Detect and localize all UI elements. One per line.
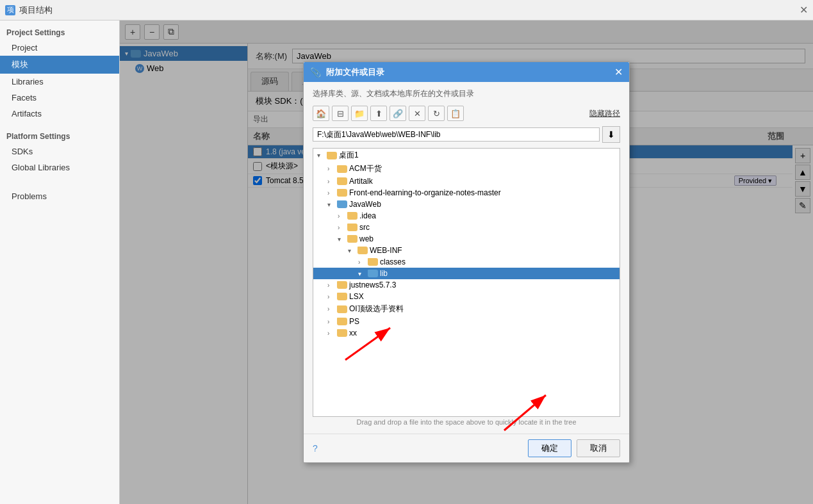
- window-title: 项目结构: [19, 4, 53, 16]
- modal-collapse-btn[interactable]: ⊟: [332, 106, 349, 121]
- modal-footer-buttons: 确定 取消: [528, 439, 620, 457]
- tree-label: JavaWeb: [349, 200, 381, 209]
- folder-icon: [337, 293, 347, 300]
- tree-label: WEB-INF: [370, 246, 402, 255]
- sidebar-item-project[interactable]: Project: [0, 40, 119, 56]
- tree-label: Front-end-learning-to-organize-notes-mas…: [349, 188, 501, 197]
- chevron-icon: ▾: [317, 152, 325, 159]
- tree-item-xx[interactable]: › xx: [313, 327, 620, 339]
- sidebar-item-global-libraries[interactable]: Global Libraries: [0, 159, 119, 175]
- window-close-btn[interactable]: ✕: [800, 4, 808, 16]
- chevron-icon: ›: [327, 305, 335, 313]
- tree-item-oi[interactable]: › OI顶级选手资料: [313, 302, 620, 316]
- chevron-icon: ›: [338, 213, 345, 220]
- tree-label: LSX: [349, 292, 364, 301]
- tree-item-idea[interactable]: › .idea: [313, 210, 620, 222]
- modal-refresh-btn[interactable]: ↻: [428, 106, 445, 121]
- sidebar-item-facets[interactable]: Facets: [0, 90, 119, 106]
- chevron-icon: ▾: [338, 236, 345, 243]
- modal-link-btn[interactable]: 🔗: [390, 106, 406, 121]
- sidebar: Project Settings Project 模块 Libraries Fa…: [0, 20, 120, 504]
- folder-icon: [337, 165, 347, 173]
- modal-download-btn[interactable]: ⬇: [602, 126, 620, 143]
- tree-item-lsx[interactable]: › LSX: [313, 291, 620, 302]
- main-layout: Project Settings Project 模块 Libraries Fa…: [0, 20, 813, 504]
- modal-new-folder-btn[interactable]: 📁: [351, 106, 368, 121]
- tree-label: ACM干货: [349, 163, 382, 174]
- app-icon: 项: [5, 5, 15, 15]
- modal-subtitle: 选择库类、源、文档或本地库所在的文件或目录: [313, 88, 620, 99]
- folder-icon: [347, 212, 357, 220]
- modal-toolbar: 🏠 ⊟ 📁 ⬆ 🔗 ✕ ↻ 📋 隐藏路径: [313, 106, 620, 121]
- chevron-icon: ›: [327, 293, 335, 300]
- modal-copy-btn[interactable]: 📋: [447, 106, 464, 121]
- modal-overlay: 📎 附加文件或目录 ✕ 选择库类、源、文档或本地库所在的文件或目录 🏠 ⊟ 📁 …: [120, 20, 813, 504]
- folder-icon: [327, 152, 337, 159]
- sidebar-item-modules[interactable]: 模块: [0, 56, 119, 74]
- sidebar-item-libraries[interactable]: Libraries: [0, 74, 119, 90]
- chevron-icon: ▾: [358, 270, 366, 277]
- sidebar-item-sdks[interactable]: SDKs: [0, 143, 119, 159]
- chevron-icon: ›: [327, 178, 335, 185]
- modal-delete-btn[interactable]: ✕: [409, 106, 425, 121]
- tree-item-ps[interactable]: › PS: [313, 316, 620, 327]
- modal-close-btn[interactable]: ✕: [614, 66, 623, 78]
- tree-item-lib[interactable]: ▾ lib: [313, 268, 620, 279]
- hidden-paths-label[interactable]: 隐藏路径: [589, 108, 620, 119]
- chevron-icon: ›: [358, 259, 366, 266]
- modal-footer: ? 确定 取消: [304, 434, 629, 462]
- modal-path-input[interactable]: [313, 127, 600, 142]
- tree-item-artitalk[interactable]: › Artitalk: [313, 175, 620, 187]
- title-bar: 项 项目结构 ✕: [0, 0, 813, 20]
- tree-item-classes[interactable]: › classes: [313, 256, 620, 268]
- tree-item-frontend[interactable]: › Front-end-learning-to-organize-notes-m…: [313, 187, 620, 199]
- folder-icon: [337, 281, 347, 289]
- folder-icon: [337, 177, 347, 185]
- folder-icon: [347, 235, 357, 243]
- content-area: + − ⧉ ▾ JavaWeb W Web: [120, 20, 813, 504]
- folder-icon: [368, 258, 378, 266]
- modal-up-btn[interactable]: ⬆: [370, 106, 387, 121]
- tree-label: PS: [349, 317, 359, 326]
- tree-item-acm[interactable]: › ACM干货: [313, 162, 620, 175]
- modal-help-icon[interactable]: ?: [313, 443, 318, 453]
- folder-icon: [368, 270, 378, 277]
- modal-cancel-btn[interactable]: 取消: [577, 439, 620, 457]
- tree-label: src: [359, 223, 370, 232]
- sidebar-item-artifacts[interactable]: Artifacts: [0, 106, 119, 122]
- folder-icon: [337, 329, 347, 337]
- tree-item-web[interactable]: ▾ web: [313, 233, 620, 245]
- chevron-icon: ›: [327, 318, 335, 325]
- tree-item-src[interactable]: › src: [313, 222, 620, 233]
- folder-icon: [337, 305, 347, 313]
- tree-item-justnews[interactable]: › justnews5.7.3: [313, 279, 620, 291]
- tree-label: justnews5.7.3: [349, 280, 396, 289]
- chevron-icon: ›: [327, 165, 335, 172]
- folder-icon: [347, 224, 357, 231]
- project-settings-heading: Project Settings: [0, 23, 119, 40]
- chevron-icon: ›: [338, 224, 345, 231]
- sidebar-item-problems[interactable]: Problems: [0, 188, 119, 204]
- tree-label: xx: [349, 329, 357, 337]
- chevron-icon: ›: [327, 330, 335, 337]
- modal-body: 选择库类、源、文档或本地库所在的文件或目录 🏠 ⊟ 📁 ⬆ 🔗 ✕ ↻ 📋 隐藏…: [304, 82, 629, 434]
- tree-item-webinf[interactable]: ▾ WEB-INF: [313, 245, 620, 256]
- chevron-icon: ›: [327, 190, 335, 197]
- drag-hint: Drag and drop a file into the space abov…: [313, 417, 620, 427]
- modal-path-row: ⬇: [313, 126, 620, 143]
- folder-icon: [337, 189, 347, 197]
- modal-home-btn[interactable]: 🏠: [313, 106, 329, 121]
- chevron-icon: ▾: [348, 247, 356, 254]
- modal-ok-btn[interactable]: 确定: [528, 439, 571, 457]
- tree-item-javaweb[interactable]: ▾ JavaWeb: [313, 199, 620, 210]
- tree-label: .idea: [359, 211, 376, 220]
- chevron-icon: ▾: [327, 201, 335, 208]
- tree-label: web: [359, 234, 374, 243]
- platform-settings-heading: Platform Settings: [0, 127, 119, 143]
- modal-title-text: 附加文件或目录: [326, 67, 609, 78]
- tree-item-desktop1[interactable]: ▾ 桌面1: [313, 149, 620, 162]
- modal-tree[interactable]: ▾ 桌面1 › ACM干货 ›: [313, 148, 620, 417]
- modal-title-bar: 📎 附加文件或目录 ✕: [304, 62, 629, 82]
- attach-file-modal: 📎 附加文件或目录 ✕ 选择库类、源、文档或本地库所在的文件或目录 🏠 ⊟ 📁 …: [303, 61, 630, 463]
- tree-label: classes: [380, 257, 406, 266]
